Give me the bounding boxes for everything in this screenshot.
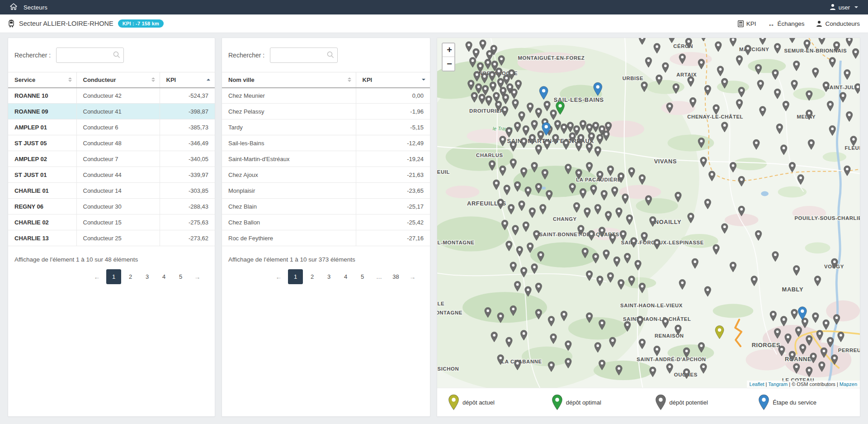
nav-brand-secteurs[interactable]: Secteurs bbox=[24, 4, 47, 11]
map-place-label: NOAILLY bbox=[655, 219, 681, 225]
map-place-label: -MONTAGNE bbox=[437, 310, 462, 315]
services-footer-info: Affichage de l'élement 1 à 10 sur 48 élé… bbox=[8, 246, 215, 263]
conducteur-cell: Conducteur 14 bbox=[76, 183, 160, 199]
leaflet-map[interactable]: CÉRONMONTAIGUËT-EN-FOREZMARCIGNYSEMUR-EN… bbox=[437, 38, 860, 388]
map-place-label: LE BREUIL bbox=[437, 169, 450, 175]
ville-row[interactable]: Saint-Martin-d'Estréaux-19,24 bbox=[222, 151, 430, 167]
villes-pagination: ←12345…38→ bbox=[222, 263, 430, 284]
service-row[interactable]: AMPLEP 01Conducteur 6-385,73 bbox=[8, 119, 215, 135]
legend-item-gray: dépôt potentiel bbox=[649, 394, 752, 410]
kpi-cell: -27,16 bbox=[356, 230, 430, 246]
services-col-kpi[interactable]: KPI bbox=[160, 72, 215, 88]
pager-page-button[interactable]: 2 bbox=[305, 269, 320, 284]
map-place-label: VIVANS bbox=[654, 158, 677, 165]
sort-icon bbox=[68, 77, 72, 82]
map-viewport[interactable]: CÉRONMONTAIGUËT-EN-FOREZMARCIGNYSEMUR-EN… bbox=[437, 38, 860, 388]
pager-page-button[interactable]: 38 bbox=[388, 269, 403, 284]
villes-col-nomville[interactable]: Nom ville bbox=[222, 72, 356, 88]
villes-footer-info: Affichage de l'élement 1 à 10 sur 373 él… bbox=[222, 246, 430, 263]
ville-row[interactable]: Sail-les-Bains-12,49 bbox=[222, 135, 430, 151]
pager-page-button[interactable]: 3 bbox=[140, 269, 155, 284]
ville-row[interactable]: Chez Blain-25,17 bbox=[222, 199, 430, 214]
ville-cell: Chez Ajoux bbox=[222, 167, 356, 183]
map-place-label: URBISE bbox=[623, 76, 643, 81]
search-icon bbox=[113, 51, 120, 60]
pager-page-button[interactable]: 5 bbox=[355, 269, 370, 284]
service-row[interactable]: ST JUST 01Conducteur 44-339,97 bbox=[8, 167, 215, 183]
service-cell: REGNY 06 bbox=[8, 199, 76, 214]
legend-item-green: dépôt optimal bbox=[545, 394, 649, 410]
service-cell: ST JUST 01 bbox=[8, 167, 76, 183]
pager-page-button[interactable]: 5 bbox=[173, 269, 188, 284]
service-row[interactable]: AMPLEP 02Conducteur 7-340,05 bbox=[8, 151, 215, 167]
pager-page-button[interactable]: 1 bbox=[288, 269, 303, 284]
pager-page-button[interactable]: 4 bbox=[338, 269, 353, 284]
ville-cell: Chez Meunier bbox=[222, 88, 356, 104]
service-row[interactable]: CHARLIE 01Conducteur 14-303,85 bbox=[8, 183, 215, 199]
map-place-label: CHARLUS bbox=[476, 152, 503, 158]
ville-cell: Roc de Feythiere bbox=[222, 230, 356, 246]
map-place-label: CHÂTEL-MONTAGNE bbox=[437, 240, 475, 245]
service-cell: AMPLEP 01 bbox=[8, 119, 76, 135]
kpi-cell: -19,24 bbox=[356, 151, 430, 167]
pager-next-button[interactable]: → bbox=[190, 269, 205, 284]
services-col-conducteur[interactable]: Conducteur bbox=[76, 72, 160, 88]
person-icon bbox=[816, 20, 822, 27]
kpi-button-label: KPI bbox=[746, 20, 756, 27]
service-row[interactable]: ROANNE 10Conducteur 42-524,37 bbox=[8, 88, 215, 104]
legend-item-yellow: dépôt actuel bbox=[442, 394, 545, 410]
sort-icon bbox=[348, 77, 351, 82]
ville-row[interactable]: Chez Meunier0,00 bbox=[222, 88, 430, 104]
service-row[interactable]: ST JUST 05Conducteur 48-346,49 bbox=[8, 135, 215, 151]
ville-row[interactable]: Monplaisir-23,65 bbox=[222, 183, 430, 199]
pager-prev-button[interactable]: ← bbox=[90, 269, 104, 284]
service-row[interactable]: CHARLIE 02Conducteur 15-275,63 bbox=[8, 214, 215, 230]
service-row[interactable]: REGNY 06Conducteur 30-288,43 bbox=[8, 199, 215, 214]
ville-row[interactable]: Chez Pelassy-1,96 bbox=[222, 104, 430, 119]
home-icon[interactable] bbox=[10, 3, 17, 12]
ville-row[interactable]: Chez Ballon-25,42 bbox=[222, 214, 430, 230]
zoom-out-button[interactable]: − bbox=[443, 57, 455, 71]
pager-page-button[interactable]: 4 bbox=[156, 269, 171, 284]
legend-label: Étape du service bbox=[773, 399, 816, 406]
pager-page-button[interactable]: 1 bbox=[106, 269, 121, 284]
service-cell: CHARLIE 01 bbox=[8, 183, 76, 199]
ville-cell: Sail-les-Bains bbox=[222, 135, 356, 151]
ville-cell: Monplaisir bbox=[222, 183, 356, 199]
ville-row[interactable]: Tardy-5,15 bbox=[222, 119, 430, 135]
echanges-button[interactable]: ↔ Échanges bbox=[768, 20, 804, 28]
services-col-service[interactable]: Service bbox=[8, 72, 76, 88]
subheader: Secteur ALLIER-LOIRE-RHONE KPI : -7 158 … bbox=[0, 14, 868, 33]
attribution-link[interactable]: Tangram bbox=[768, 381, 788, 387]
attribution-link[interactable]: Leaflet bbox=[750, 381, 764, 387]
service-cell: ROANNE 09 bbox=[8, 104, 76, 119]
map-attribution: Leaflet | Tangram | © OSM contributors |… bbox=[747, 381, 860, 388]
pager-next-button[interactable]: → bbox=[405, 269, 420, 284]
conducteurs-button[interactable]: Conducteurs bbox=[816, 20, 860, 27]
kpi-cell: 0,00 bbox=[356, 88, 430, 104]
pager-prev-button[interactable]: ← bbox=[271, 269, 286, 284]
user-name: user bbox=[839, 4, 850, 11]
conducteur-cell: Conducteur 25 bbox=[76, 230, 160, 246]
pager-page-button[interactable]: 3 bbox=[321, 269, 336, 284]
attribution-link[interactable]: Mapzen bbox=[840, 381, 857, 387]
pager-page-button[interactable]: 2 bbox=[123, 269, 138, 284]
ville-row[interactable]: Roc de Feythiere-27,16 bbox=[222, 230, 430, 246]
user-icon bbox=[830, 4, 836, 11]
legend-pin-icon bbox=[655, 394, 666, 410]
map-place-label: ARTAIX bbox=[676, 72, 697, 77]
ville-row[interactable]: Chez Ajoux-21,63 bbox=[222, 167, 430, 183]
zoom-in-button[interactable]: + bbox=[443, 43, 455, 57]
service-row[interactable]: ROANNE 09Conducteur 41-398,87 bbox=[8, 104, 215, 119]
services-search-label: Rechercher : bbox=[14, 52, 51, 59]
kpi-cell: -25,42 bbox=[356, 214, 430, 230]
user-menu[interactable]: user bbox=[830, 4, 858, 11]
conducteur-cell: Conducteur 42 bbox=[76, 88, 160, 104]
kpi-button[interactable]: KPI bbox=[738, 20, 756, 27]
map-place-label: CHENAY-LE-CHÂTEL bbox=[687, 114, 743, 119]
villes-col-kpi[interactable]: KPI bbox=[356, 72, 430, 88]
service-row[interactable]: CHARLIE 13Conducteur 25-273,62 bbox=[8, 230, 215, 246]
legend-pin-icon bbox=[552, 394, 563, 410]
services-table: Service Conducteur KPI ROANNE 10Conducte… bbox=[8, 72, 215, 246]
kpi-cell: -5,15 bbox=[356, 119, 430, 135]
